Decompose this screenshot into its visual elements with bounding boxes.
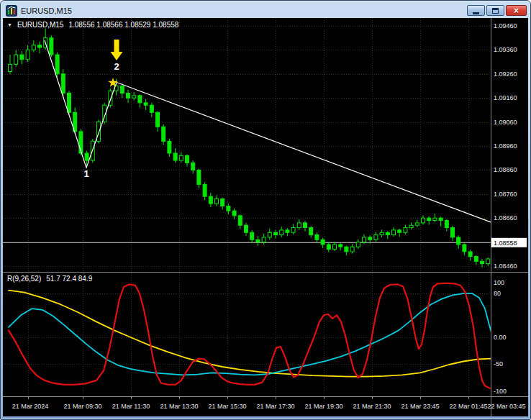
time-axis-label: 21 Mar 19:30 [304,403,342,410]
candle-bull [392,230,396,235]
bid-price-tag: 1.08558 [491,238,527,247]
candle-bear [427,218,431,220]
candle-bull [179,155,183,160]
indicator-axis-label: 80 [494,290,501,297]
candle-bull [433,218,437,220]
minimize-button[interactable] [467,5,485,16]
candle-bear [227,206,230,211]
candle-bear [386,232,389,234]
candle-bear [221,198,224,206]
candle-bear [197,170,201,184]
indicator-axis-label: -100 [494,388,507,395]
candle-bear [286,230,289,232]
maximize-button[interactable] [486,5,504,16]
time-axis[interactable]: 21 Mar 202421 Mar 09:3021 Mar 11:3021 Ma… [12,403,526,410]
time-axis-label: 21 Mar 15:30 [208,403,246,410]
candle-bear [468,252,472,257]
indicator-axis-label: 0.00 [494,334,507,341]
zigzag-label-1[interactable]: 1 [78,169,95,179]
candle-bull [422,218,425,223]
candle-bull [268,232,271,237]
candle-bull [9,64,12,71]
candle-bear [138,96,142,103]
price-axis-label: 1.08860 [494,166,517,173]
time-axis-label: 21 Mar 2024 [12,403,49,410]
close-button[interactable]: × [506,5,527,16]
osc-line-slow-yellow [9,291,491,377]
price-axis-label: 1.09060 [494,119,517,126]
candle-bull [363,237,366,242]
window-title: EURUSD,M15 [21,6,466,15]
mt4-window: EURUSD,M15 × 1.094601.093601.092601.0916… [0,0,531,420]
candle-bull [215,198,219,204]
candle-bull [262,237,266,242]
candle-bear [445,221,448,228]
candle-bear [120,86,124,93]
candle-bear [144,103,148,105]
price-axis[interactable]: 1.094601.093601.092601.091601.090601.089… [494,22,517,270]
time-axis-label: 21 Mar 23:45 [401,403,439,410]
candle-bear [474,257,478,262]
price-axis-label: 1.09360 [494,46,517,53]
candles[interactable] [9,28,490,267]
price-axis-label: 1.08460 [494,262,517,270]
chart-canvas[interactable]: 1.094601.093601.092601.091601.090601.089… [3,18,528,416]
chart-symbol-label: ▼ EURUSD,M15 1.08556 1.08566 1.08529 1.0… [7,21,178,29]
candle-bear [321,239,324,245]
chart-content: 1.094601.093601.092601.091601.090601.089… [3,18,528,416]
close-icon: × [514,6,519,15]
candle-bear [127,93,130,99]
ohlc-text: 1.08556 1.08566 1.08529 1.08558 [68,21,178,29]
window-titlebar[interactable]: EURUSD,M15 × [3,1,528,18]
candle-bull [380,232,384,234]
price-axis-label: 1.09460 [494,22,517,29]
candle-bear [238,216,242,225]
candle-bull [333,245,337,250]
candle-bear [398,230,401,232]
time-axis-label: 21 Mar 09:30 [63,403,101,410]
candle-bear [150,105,153,112]
price-axis-label: 1.08760 [494,191,517,198]
candle-bear [173,153,177,160]
candle-bear [61,74,65,93]
indicator-axis-label: 100 [494,279,504,286]
trendline[interactable] [117,82,491,222]
candle-bull [132,96,136,98]
price-axis-label: 1.09260 [494,70,517,78]
indicator-name: R(9,26,52) [7,275,41,283]
price-axis-label: 1.09160 [494,94,517,101]
candle-bear [68,93,71,113]
candle-bull [32,45,35,50]
app-icon [6,5,17,17]
symbol-dropdown-icon[interactable]: ▼ [7,22,12,29]
down-arrow-icon[interactable] [111,40,123,60]
candle-bear [256,239,260,242]
zigzag-label-2[interactable]: 2 [108,62,125,72]
candle-bear [345,247,348,252]
candle-bear [463,245,466,252]
candle-bear [191,163,195,170]
candle-bear [38,45,42,47]
candle-bear [368,237,372,239]
candle-bear [457,237,460,245]
osc-line-mid-cyan [9,293,492,375]
candle-bear [250,232,254,239]
bid-price-text: 1.08558 [494,239,517,247]
candle-bear [481,261,484,263]
indicator-axis[interactable]: 100800.00-50-100 [494,279,507,395]
price-axis-label: 1.08960 [494,142,517,150]
grid [3,18,491,396]
oscillator-lines [9,283,492,388]
candle-bear [156,112,160,127]
candle-bear [245,225,248,232]
time-axis-label: 21 Mar 13:30 [160,403,198,410]
candle-bull [280,230,283,235]
window-controls: × [466,5,527,16]
candle-bear [309,228,313,235]
candle-bull [415,223,419,225]
candle-bull [14,55,18,64]
candle-bear [327,245,330,250]
time-axis-label: 21 Mar 17:30 [256,403,294,410]
candle-bull [404,228,407,233]
candle-bear [162,127,165,141]
